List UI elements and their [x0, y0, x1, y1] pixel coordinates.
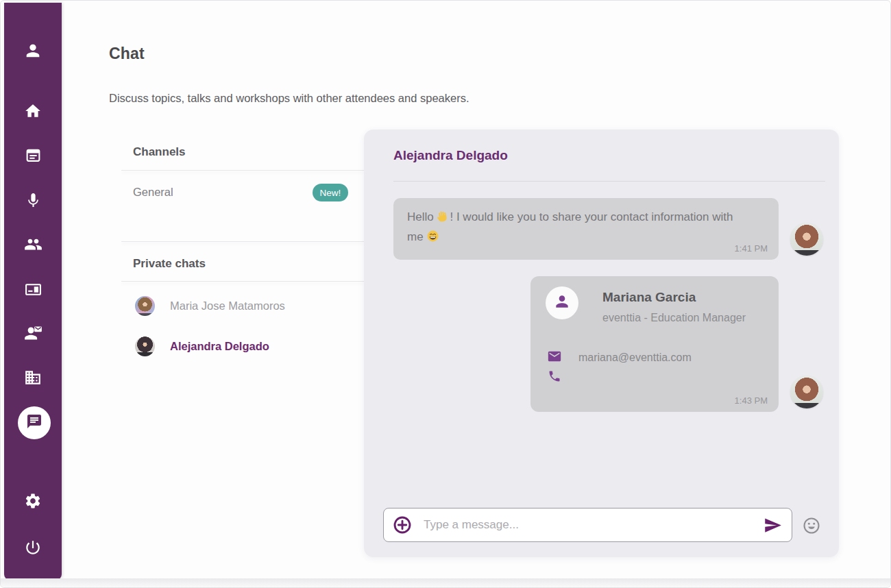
person-mail-icon	[24, 324, 42, 343]
sidebar-item-chat-active[interactable]	[18, 406, 51, 439]
sidebar-item-home[interactable]	[4, 95, 62, 127]
conversation-title: Alejandra Delgado	[393, 148, 508, 163]
message-time: 1:41 PM	[735, 243, 768, 254]
card-icon	[25, 281, 42, 298]
new-badge: New!	[313, 184, 348, 201]
sidebar-item-contacts[interactable]	[4, 317, 62, 350]
private-chat-name: Maria Jose Matamoros	[170, 299, 285, 313]
send-icon[interactable]	[764, 516, 782, 535]
sidebar-item-logout[interactable]	[4, 531, 62, 564]
sidebar	[4, 3, 62, 580]
sidebar-item-companies[interactable]	[4, 361, 62, 394]
chat-panel: Alejandra Delgado Hello ! I would like y…	[364, 130, 839, 557]
attach-plus-icon[interactable]	[392, 515, 413, 535]
private-chat-name: Alejandra Delgado	[170, 340, 269, 353]
divider	[121, 241, 364, 242]
message-composer	[383, 508, 792, 542]
channels-heading: Channels	[133, 145, 186, 159]
private-chats-heading: Private chats	[133, 257, 206, 271]
emoji-picker-icon[interactable]	[802, 516, 821, 535]
avatar	[790, 223, 823, 256]
power-icon	[24, 539, 42, 556]
message-text: Hello ! I would like you to share your c…	[407, 208, 740, 247]
avatar	[790, 376, 823, 408]
building-icon	[24, 369, 42, 387]
channel-row-general[interactable]: General New!	[121, 180, 364, 208]
divider	[121, 170, 364, 171]
contact-subtitle: eventtia - Education Manager	[602, 312, 746, 324]
contact-email: mariana@eventtia.com	[578, 352, 692, 364]
person-icon	[553, 293, 571, 313]
contact-avatar-circle	[546, 286, 578, 319]
sidebar-item-cards[interactable]	[4, 273, 62, 306]
calendar-icon	[25, 147, 42, 164]
divider	[121, 281, 364, 282]
gear-icon	[24, 492, 42, 510]
email-icon	[547, 349, 562, 367]
person-icon	[23, 41, 42, 60]
microphone-icon	[25, 192, 42, 209]
app-window: Chat Discuss topics, talks and workshops…	[0, 0, 891, 588]
sidebar-item-attendees[interactable]	[4, 228, 62, 260]
chat-bubble-icon	[26, 413, 42, 432]
grinning-face-emoji-icon	[426, 230, 439, 248]
window-bottom-edge	[1, 578, 891, 587]
private-chat-row-alejandra[interactable]: Alejandra Delgado	[121, 332, 364, 363]
page-subtitle: Discuss topics, talks and workshops with…	[109, 92, 469, 105]
phone-icon	[548, 369, 561, 386]
sidebar-item-settings[interactable]	[4, 485, 62, 517]
divider	[393, 181, 825, 182]
private-chat-row-maria[interactable]: Maria Jose Matamoros	[121, 292, 364, 322]
home-icon	[24, 102, 42, 120]
sidebar-item-agenda[interactable]	[4, 138, 62, 171]
avatar	[135, 296, 155, 316]
contact-card-message: Mariana Garcia eventtia - Education Mana…	[530, 276, 779, 412]
avatar	[135, 336, 155, 356]
sidebar-item-profile[interactable]	[4, 34, 62, 67]
sidebar-item-speakers[interactable]	[4, 184, 62, 217]
contact-name: Mariana Garcia	[602, 290, 696, 305]
people-icon	[24, 235, 42, 254]
message-input[interactable]	[424, 511, 746, 539]
channel-label: General	[133, 186, 173, 199]
page-title: Chat	[109, 45, 145, 63]
message-bubble: Hello ! I would like you to share your c…	[393, 198, 779, 260]
message-time: 1:43 PM	[735, 395, 768, 406]
